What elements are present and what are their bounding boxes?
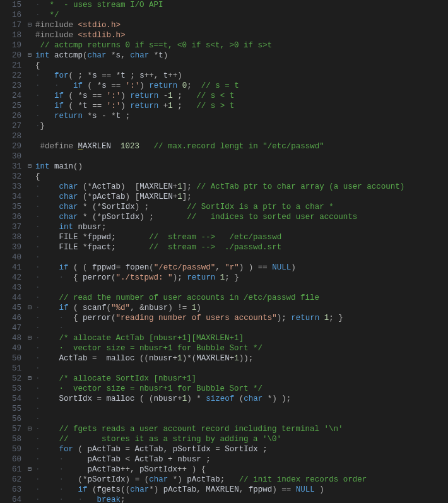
code-line[interactable]: · FILE *fpact; // stream --> ./passwd.sr… [35, 242, 448, 252]
fold-marker[interactable] [25, 212, 34, 222]
fold-marker[interactable] [25, 61, 34, 71]
code-line[interactable]: · [35, 252, 448, 263]
fold-marker[interactable] [25, 30, 34, 40]
fold-marker[interactable] [25, 101, 34, 111]
code-line[interactable]: · · vector size = nbusr+1 for Bubble Sor… [35, 343, 448, 353]
fold-marker[interactable] [25, 111, 34, 121]
fold-marker[interactable] [25, 444, 34, 454]
code-line[interactable]: · FILE *fppwd; // stream --> /etc/passwd [35, 232, 448, 242]
code-line[interactable] [35, 131, 448, 141]
fold-marker[interactable] [25, 131, 34, 141]
fold-marker[interactable] [25, 364, 34, 374]
code-line[interactable]: · · if (fgets((char*) pActTab, MAXRLEN, … [35, 485, 448, 495]
code-line[interactable]: int actcmp(char *s, char *t) [35, 50, 448, 61]
fold-marker[interactable]: ⊟ [25, 333, 34, 343]
code-line[interactable]: · return *s - *t ; [35, 111, 448, 121]
fold-marker[interactable] [25, 172, 34, 182]
code-line[interactable]: · char (*ActTab) [MAXRLEN+1]; // ActTab … [35, 182, 448, 192]
fold-marker[interactable] [25, 323, 34, 333]
code-line[interactable]: · // read the number of user accounts in… [35, 293, 448, 303]
fold-marker[interactable] [25, 222, 34, 232]
fold-marker[interactable]: ⊟ [25, 303, 34, 313]
code-line[interactable]: · [35, 404, 448, 414]
code-line[interactable]: · char (*pActTab) [MAXRLEN+1]; [35, 192, 448, 202]
code-line[interactable] [35, 151, 448, 162]
code-line[interactable]: · if ( *s == ':') return -1 ; // s < t [35, 91, 448, 101]
code-line[interactable]: · · (*pSortIdx) = (char *) pActTab; // i… [35, 475, 448, 485]
fold-marker[interactable] [25, 91, 34, 101]
fold-marker[interactable] [25, 313, 34, 323]
fold-marker[interactable] [25, 353, 34, 364]
fold-marker[interactable] [25, 151, 34, 162]
code-line[interactable]: · char * (*SortIdx) ; // SortIdx is a pt… [35, 202, 448, 212]
fold-marker[interactable] [25, 252, 34, 263]
code-line[interactable]: · // stores it as a string by adding a '… [35, 434, 448, 444]
fold-marker[interactable] [25, 293, 34, 303]
code-line[interactable]: · [35, 283, 448, 293]
fold-marker[interactable]: ⊟ [25, 465, 34, 475]
code-line[interactable]: · [35, 414, 448, 424]
fold-marker[interactable] [25, 343, 34, 353]
fold-marker[interactable] [25, 192, 34, 202]
fold-marker[interactable] [25, 384, 34, 394]
code-line[interactable]: · if ( ( fppwd= fopen("/etc/passwd", "r"… [35, 263, 448, 273]
fold-marker[interactable] [25, 454, 34, 465]
fold-marker[interactable] [25, 485, 34, 495]
fold-marker[interactable] [25, 141, 34, 151]
fold-marker[interactable] [25, 10, 34, 20]
code-line[interactable]: · · if ( *s == ':') return 0; // s = t [35, 81, 448, 91]
code-line[interactable]: · · { perror("reading number of users ac… [35, 313, 448, 323]
code-line[interactable]: · · { perror("./tstpwd: "); return 1; } [35, 273, 448, 283]
code-line[interactable]: · · [35, 323, 448, 333]
fold-marker[interactable]: ⊟ [25, 50, 34, 61]
code-line[interactable]: · for ( pActTab = ActTab, pSortIdx = Sor… [35, 444, 448, 454]
code-line[interactable]: · ActTab = malloc ((nbusr+1)*(MAXRLEN+1)… [35, 353, 448, 364]
fold-marker[interactable] [25, 40, 34, 50]
fold-marker[interactable]: ⊟ [25, 374, 34, 384]
fold-marker[interactable] [25, 495, 34, 503]
fold-marker[interactable] [25, 273, 34, 283]
code-line[interactable]: · int nbusr; [35, 222, 448, 232]
code-line[interactable]: · [35, 364, 448, 374]
code-line[interactable]: · for( ; *s == *t ; s++, t++) [35, 71, 448, 81]
fold-marker[interactable]: ⊟ [25, 162, 34, 172]
fold-marker[interactable] [25, 263, 34, 273]
code-line[interactable]: · · · break; [35, 495, 448, 503]
code-line[interactable]: #define MAXRLEN 1023 // max.record lengt… [35, 141, 448, 151]
code-line[interactable]: #include <stdlib.h> [35, 30, 448, 40]
fold-marker[interactable] [25, 0, 34, 10]
fold-marker[interactable] [25, 71, 34, 81]
fold-marker[interactable] [25, 121, 34, 131]
code-line[interactable]: · · pActTab < ActTab + nbusr ; [35, 454, 448, 465]
code-line[interactable]: · char * (*pSortIdx) ; // indices to sor… [35, 212, 448, 222]
code-line[interactable]: · // fgets reads a user account record i… [35, 424, 448, 434]
code-line[interactable]: ·} [35, 121, 448, 131]
code-line[interactable]: · SortIdx = malloc ( (nbusr+1) * sizeof … [35, 394, 448, 404]
code-line[interactable]: · · vector size = nbusr+1 for Bubble Sor… [35, 384, 448, 394]
code-line[interactable]: // actcmp returns 0 if s==t, <0 if s<t, … [35, 40, 448, 50]
fold-marker[interactable] [25, 232, 34, 242]
code-line[interactable]: #include <stdio.h> [35, 20, 448, 30]
code-line[interactable]: · if ( scanf("%d", &nbusr) != 1) [35, 303, 448, 313]
code-line[interactable]: { [35, 61, 448, 71]
fold-marker[interactable] [25, 283, 34, 293]
fold-marker[interactable] [25, 434, 34, 444]
fold-marker[interactable] [25, 242, 34, 252]
code-line[interactable]: · /* allocate ActTab [nbusr+1][MAXRLEN+1… [35, 333, 448, 343]
fold-marker[interactable]: ⊟ [25, 424, 34, 434]
fold-marker[interactable] [25, 414, 34, 424]
code-line[interactable]: · * - uses stream I/O API [35, 0, 448, 10]
code-line[interactable]: · */ [35, 10, 448, 20]
code-line[interactable]: · · pActTab++, pSortIdx++ ) { [35, 465, 448, 475]
code-line[interactable]: · /* allocate SortIdx [nbusr+1] [35, 374, 448, 384]
code-line[interactable]: · if ( *t == ':') return +1 ; // s > t [35, 101, 448, 111]
fold-marker[interactable] [25, 404, 34, 414]
fold-marker[interactable] [25, 475, 34, 485]
fold-marker[interactable] [25, 394, 34, 404]
fold-marker[interactable] [25, 202, 34, 212]
code-area[interactable]: · * - uses stream I/O API· */#include <s… [34, 0, 448, 503]
code-line[interactable]: int main() [35, 162, 448, 172]
fold-column[interactable]: ⊟ ⊟ ⊟⊟⊟⊟⊟⊟ [25, 0, 34, 503]
fold-marker[interactable] [25, 182, 34, 192]
fold-marker[interactable]: ⊟ [25, 20, 34, 30]
